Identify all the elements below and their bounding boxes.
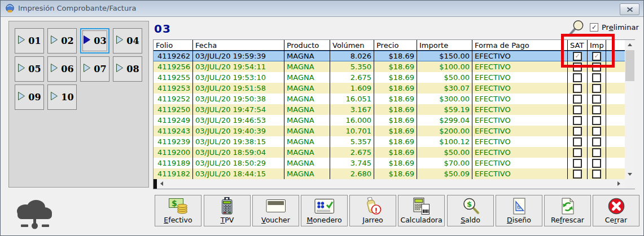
cell-filler — [606, 147, 625, 158]
cell-fecha: 03/JUL/20 18:44:15 — [193, 168, 284, 179]
search-icon[interactable] — [568, 20, 585, 35]
sat-checkbox[interactable] — [573, 105, 582, 114]
dise-o-button[interactable]: Diseño — [496, 195, 542, 226]
table-row[interactable]: 411925203/JUL/20 19:50:38MAGNA16.051$18.… — [154, 93, 625, 104]
table-row[interactable]: 411918203/JUL/20 18:44:15MAGNA2.680$18.6… — [154, 168, 625, 179]
efectivo-button[interactable]: $Efectivo — [155, 195, 201, 226]
column-header-folio: Folio — [154, 40, 193, 51]
voucher-button[interactable]: Voucher — [252, 195, 299, 226]
pump-button-10[interactable]: 10 — [47, 84, 77, 110]
calculadora-button[interactable]: Calculadora — [398, 195, 445, 226]
jarreo-button[interactable]: !Jarreo — [349, 195, 396, 226]
table-row[interactable]: 411925603/JUL/20 19:54:11MAGNA5.350$18.6… — [154, 61, 625, 72]
table-row[interactable]: 411920003/JUL/20 18:59:04MAGNA2.675$18.6… — [154, 147, 625, 158]
cell-forma-pago: EFECTIVO — [472, 83, 568, 93]
cell-producto: MAGNA — [284, 104, 330, 115]
table-row[interactable]: 411925303/JUL/20 19:51:58MAGNA1.609$18.6… — [154, 83, 625, 93]
svg-text:!: ! — [374, 206, 378, 214]
pump-button-01[interactable]: 01 — [15, 28, 44, 54]
cell-forma-pago: EFECTIVO — [472, 72, 568, 83]
horizontal-scrollbar[interactable] — [154, 179, 625, 189]
table-row[interactable]: 411923903/JUL/20 19:38:15MAGNA5.357$18.6… — [154, 136, 625, 147]
imp-checkbox[interactable] — [592, 73, 601, 82]
sat-checkbox[interactable] — [573, 63, 582, 72]
imp-checkbox[interactable] — [592, 127, 601, 136]
pump-button-label: 04 — [126, 35, 139, 46]
cell-imp — [588, 61, 606, 72]
imp-checkbox[interactable] — [592, 137, 601, 146]
cell-importe: $59.19 — [417, 104, 472, 115]
sat-checkbox[interactable]: ✓ — [573, 52, 582, 61]
vertical-scrollbar-thumb[interactable] — [625, 50, 634, 81]
sat-checkbox[interactable] — [573, 116, 582, 125]
pump-button-09[interactable]: 09 — [15, 84, 44, 110]
table-row[interactable]: 411926203/JUL/20 19:59:39MAGNA8.026$18.6… — [154, 51, 625, 61]
pump-button-08[interactable]: 08 — [113, 56, 142, 82]
imp-checkbox[interactable] — [592, 159, 601, 168]
sat-checkbox[interactable] — [573, 137, 582, 146]
window-close-icon — [627, 4, 633, 15]
cell-folio: 4119243 — [154, 126, 193, 136]
scroll-right-icon[interactable] — [617, 181, 620, 186]
pump-button-06[interactable]: 06 — [47, 56, 77, 82]
preliminar-checkbox[interactable] — [590, 23, 598, 32]
window-close-button[interactable] — [620, 3, 639, 15]
pump-button-label: 08 — [126, 64, 139, 74]
imp-checkbox[interactable] — [592, 84, 601, 93]
table-row[interactable]: 411918903/JUL/20 18:50:29MAGNA3.745$18.6… — [154, 158, 625, 168]
scroll-left-icon[interactable] — [160, 181, 163, 186]
scroll-down-icon[interactable] — [628, 173, 632, 176]
sat-checkbox[interactable] — [573, 73, 582, 82]
title-bar: Impresión Comprobante/Factura — [1, 1, 643, 17]
tpv-button[interactable]: TPV — [204, 195, 251, 226]
column-header-sat: SAT — [568, 40, 588, 51]
imp-checkbox[interactable] — [592, 63, 601, 72]
monedero-button[interactable]: Monedero — [301, 195, 348, 226]
sat-checkbox[interactable] — [573, 148, 582, 157]
pump-button-07[interactable]: 07 — [80, 56, 109, 82]
imp-checkbox[interactable] — [592, 148, 601, 157]
cell-folio: 4119255 — [154, 72, 193, 83]
sat-checkbox[interactable] — [573, 95, 582, 104]
cell-forma-pago: EFECTIVO — [472, 61, 568, 72]
play-triangle-icon — [17, 91, 25, 103]
cell-producto: MAGNA — [284, 147, 330, 158]
imp-checkbox[interactable] — [592, 170, 601, 179]
refrescar-button[interactable]: Refrescar — [544, 195, 591, 226]
pump-button-03[interactable]: 03 — [80, 28, 109, 54]
pump-button-02[interactable]: 02 — [47, 28, 77, 54]
cell-sat — [568, 83, 588, 93]
cerrar-button[interactable]: Cerrar — [593, 195, 639, 226]
saldo-button[interactable]: $Saldo — [447, 195, 494, 226]
cell-filler — [606, 168, 625, 179]
cell-imp — [588, 158, 606, 168]
table-row[interactable]: 411924903/JUL/20 19:46:53MAGNA16.000$18.… — [154, 115, 625, 126]
sat-checkbox[interactable] — [573, 84, 582, 93]
table-row[interactable]: 411925003/JUL/20 19:47:54MAGNA3.167$18.6… — [154, 104, 625, 115]
imp-checkbox[interactable] — [592, 105, 601, 114]
cell-filler — [606, 136, 625, 147]
sat-checkbox[interactable] — [573, 127, 582, 136]
imp-checkbox[interactable] — [592, 116, 601, 125]
cell-importe: $300.00 — [417, 93, 472, 104]
cell-forma-pago: EFECTIVO — [472, 104, 568, 115]
table-row[interactable]: 411925503/JUL/20 19:53:10MAGNA2.675$18.6… — [154, 72, 625, 83]
cell-sat — [568, 104, 588, 115]
cell-folio: 4119262 — [154, 51, 193, 61]
pump-button-04[interactable]: 04 — [113, 28, 142, 54]
imp-checkbox[interactable] — [592, 95, 601, 104]
cell-volumen: 5.357 — [330, 136, 374, 147]
imp-checkbox[interactable]: ✓ — [592, 52, 601, 61]
sat-checkbox[interactable] — [573, 170, 582, 179]
sat-checkbox[interactable] — [573, 159, 582, 168]
preliminar-label[interactable]: Preliminar — [602, 23, 639, 32]
pump-button-05[interactable]: 05 — [15, 56, 44, 82]
scroll-up-icon[interactable] — [628, 43, 632, 46]
toolbar-button-label: Calculadora — [400, 216, 442, 224]
horizontal-scrollbar-thumb[interactable] — [154, 179, 157, 189]
table-row[interactable]: 411924303/JUL/20 19:40:39MAGNA10.701$18.… — [154, 126, 625, 136]
pump-button-label: 10 — [61, 92, 73, 103]
svg-text:$: $ — [172, 199, 177, 208]
vertical-scrollbar[interactable] — [625, 40, 635, 179]
toolbar-button-label: Monedero — [306, 216, 341, 224]
